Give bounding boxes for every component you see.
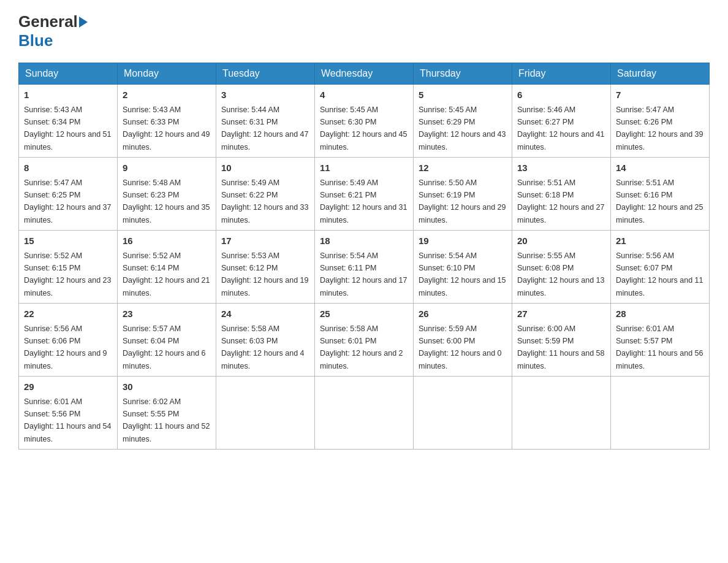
day-number: 12 bbox=[419, 161, 507, 175]
day-number: 5 bbox=[419, 88, 507, 102]
day-number: 20 bbox=[517, 234, 605, 248]
day-info: Sunrise: 5:55 AMSunset: 6:08 PMDaylight:… bbox=[517, 251, 604, 297]
calendar-day-cell: 25 Sunrise: 5:58 AMSunset: 6:01 PMDaylig… bbox=[315, 304, 414, 377]
day-info: Sunrise: 5:58 AMSunset: 6:01 PMDaylight:… bbox=[320, 324, 403, 370]
calendar-day-cell: 6 Sunrise: 5:46 AMSunset: 6:27 PMDayligh… bbox=[512, 85, 611, 158]
day-info: Sunrise: 6:01 AMSunset: 5:57 PMDaylight:… bbox=[616, 324, 703, 370]
day-info: Sunrise: 5:46 AMSunset: 6:27 PMDaylight:… bbox=[517, 105, 604, 151]
day-number: 9 bbox=[123, 161, 211, 175]
day-number: 3 bbox=[221, 88, 309, 102]
calendar-day-cell bbox=[315, 377, 414, 450]
calendar-day-cell bbox=[611, 377, 710, 450]
day-info: Sunrise: 5:43 AMSunset: 6:33 PMDaylight:… bbox=[123, 105, 210, 151]
calendar-day-cell bbox=[512, 377, 611, 450]
logo-blue-text: Blue bbox=[18, 31, 53, 50]
day-info: Sunrise: 5:49 AMSunset: 6:22 PMDaylight:… bbox=[221, 178, 308, 224]
day-info: Sunrise: 5:54 AMSunset: 6:11 PMDaylight:… bbox=[320, 251, 407, 297]
calendar-day-cell: 8 Sunrise: 5:47 AMSunset: 6:25 PMDayligh… bbox=[19, 158, 118, 231]
day-number: 29 bbox=[24, 380, 112, 394]
day-number: 26 bbox=[419, 307, 507, 321]
day-number: 7 bbox=[616, 88, 704, 102]
calendar-day-cell: 23 Sunrise: 5:57 AMSunset: 6:04 PMDaylig… bbox=[118, 304, 216, 377]
calendar-day-cell: 5 Sunrise: 5:45 AMSunset: 6:29 PMDayligh… bbox=[414, 85, 512, 158]
calendar-day-cell: 28 Sunrise: 6:01 AMSunset: 5:57 PMDaylig… bbox=[611, 304, 710, 377]
day-number: 15 bbox=[24, 234, 112, 248]
day-number: 1 bbox=[24, 88, 112, 102]
day-of-week-header: Friday bbox=[512, 63, 611, 85]
day-info: Sunrise: 5:44 AMSunset: 6:31 PMDaylight:… bbox=[221, 105, 308, 151]
day-number: 6 bbox=[517, 88, 605, 102]
day-number: 4 bbox=[320, 88, 408, 102]
calendar-day-cell: 2 Sunrise: 5:43 AMSunset: 6:33 PMDayligh… bbox=[118, 85, 216, 158]
day-number: 2 bbox=[123, 88, 211, 102]
calendar-day-cell: 9 Sunrise: 5:48 AMSunset: 6:23 PMDayligh… bbox=[118, 158, 216, 231]
day-of-week-header: Wednesday bbox=[315, 63, 414, 85]
calendar-week-row: 8 Sunrise: 5:47 AMSunset: 6:25 PMDayligh… bbox=[19, 158, 710, 231]
calendar-day-cell: 21 Sunrise: 5:56 AMSunset: 6:07 PMDaylig… bbox=[611, 231, 710, 304]
day-number: 17 bbox=[221, 234, 309, 248]
day-info: Sunrise: 6:01 AMSunset: 5:56 PMDaylight:… bbox=[24, 397, 111, 443]
calendar-header-row: SundayMondayTuesdayWednesdayThursdayFrid… bbox=[19, 63, 710, 85]
calendar-day-cell: 20 Sunrise: 5:55 AMSunset: 6:08 PMDaylig… bbox=[512, 231, 611, 304]
calendar-week-row: 29 Sunrise: 6:01 AMSunset: 5:56 PMDaylig… bbox=[19, 377, 710, 450]
day-of-week-header: Sunday bbox=[19, 63, 118, 85]
calendar-day-cell: 17 Sunrise: 5:53 AMSunset: 6:12 PMDaylig… bbox=[216, 231, 315, 304]
day-number: 19 bbox=[419, 234, 507, 248]
day-info: Sunrise: 5:45 AMSunset: 6:30 PMDaylight:… bbox=[320, 105, 407, 151]
calendar-week-row: 15 Sunrise: 5:52 AMSunset: 6:15 PMDaylig… bbox=[19, 231, 710, 304]
day-number: 30 bbox=[123, 380, 211, 394]
day-info: Sunrise: 5:49 AMSunset: 6:21 PMDaylight:… bbox=[320, 178, 407, 224]
calendar-day-cell: 15 Sunrise: 5:52 AMSunset: 6:15 PMDaylig… bbox=[19, 231, 118, 304]
day-number: 22 bbox=[24, 307, 112, 321]
day-info: Sunrise: 5:43 AMSunset: 6:34 PMDaylight:… bbox=[24, 105, 111, 151]
logo: General Blue bbox=[18, 12, 89, 50]
day-number: 8 bbox=[24, 161, 112, 175]
day-number: 16 bbox=[123, 234, 211, 248]
calendar-day-cell: 3 Sunrise: 5:44 AMSunset: 6:31 PMDayligh… bbox=[216, 85, 315, 158]
calendar-day-cell: 1 Sunrise: 5:43 AMSunset: 6:34 PMDayligh… bbox=[19, 85, 118, 158]
day-info: Sunrise: 5:58 AMSunset: 6:03 PMDaylight:… bbox=[221, 324, 305, 370]
calendar-day-cell: 19 Sunrise: 5:54 AMSunset: 6:10 PMDaylig… bbox=[414, 231, 512, 304]
day-info: Sunrise: 6:02 AMSunset: 5:55 PMDaylight:… bbox=[123, 397, 210, 443]
calendar-day-cell: 10 Sunrise: 5:49 AMSunset: 6:22 PMDaylig… bbox=[216, 158, 315, 231]
day-info: Sunrise: 5:48 AMSunset: 6:23 PMDaylight:… bbox=[123, 178, 210, 224]
day-info: Sunrise: 5:56 AMSunset: 6:07 PMDaylight:… bbox=[616, 251, 703, 297]
day-info: Sunrise: 5:45 AMSunset: 6:29 PMDaylight:… bbox=[419, 105, 506, 151]
day-info: Sunrise: 5:51 AMSunset: 6:16 PMDaylight:… bbox=[616, 178, 703, 224]
page-header: General Blue bbox=[18, 12, 710, 50]
calendar-week-row: 1 Sunrise: 5:43 AMSunset: 6:34 PMDayligh… bbox=[19, 85, 710, 158]
day-number: 13 bbox=[517, 161, 605, 175]
calendar-day-cell: 18 Sunrise: 5:54 AMSunset: 6:11 PMDaylig… bbox=[315, 231, 414, 304]
calendar-table: SundayMondayTuesdayWednesdayThursdayFrid… bbox=[18, 63, 710, 450]
calendar-day-cell: 30 Sunrise: 6:02 AMSunset: 5:55 PMDaylig… bbox=[118, 377, 216, 450]
day-number: 28 bbox=[616, 307, 704, 321]
calendar-day-cell: 4 Sunrise: 5:45 AMSunset: 6:30 PMDayligh… bbox=[315, 85, 414, 158]
day-info: Sunrise: 5:54 AMSunset: 6:10 PMDaylight:… bbox=[419, 251, 506, 297]
day-info: Sunrise: 5:51 AMSunset: 6:18 PMDaylight:… bbox=[517, 178, 604, 224]
calendar-day-cell: 26 Sunrise: 5:59 AMSunset: 6:00 PMDaylig… bbox=[414, 304, 512, 377]
day-info: Sunrise: 5:59 AMSunset: 6:00 PMDaylight:… bbox=[419, 324, 502, 370]
day-info: Sunrise: 5:47 AMSunset: 6:25 PMDaylight:… bbox=[24, 178, 111, 224]
calendar-day-cell: 7 Sunrise: 5:47 AMSunset: 6:26 PMDayligh… bbox=[611, 85, 710, 158]
calendar-day-cell: 13 Sunrise: 5:51 AMSunset: 6:18 PMDaylig… bbox=[512, 158, 611, 231]
logo-triangle-icon bbox=[79, 17, 88, 28]
calendar-day-cell: 22 Sunrise: 5:56 AMSunset: 6:06 PMDaylig… bbox=[19, 304, 118, 377]
day-number: 25 bbox=[320, 307, 408, 321]
calendar-day-cell: 29 Sunrise: 6:01 AMSunset: 5:56 PMDaylig… bbox=[19, 377, 118, 450]
day-number: 21 bbox=[616, 234, 704, 248]
day-info: Sunrise: 5:53 AMSunset: 6:12 PMDaylight:… bbox=[221, 251, 308, 297]
calendar-day-cell: 12 Sunrise: 5:50 AMSunset: 6:19 PMDaylig… bbox=[414, 158, 512, 231]
day-number: 27 bbox=[517, 307, 605, 321]
calendar-day-cell: 16 Sunrise: 5:52 AMSunset: 6:14 PMDaylig… bbox=[118, 231, 216, 304]
day-number: 11 bbox=[320, 161, 408, 175]
day-info: Sunrise: 5:56 AMSunset: 6:06 PMDaylight:… bbox=[24, 324, 107, 370]
day-number: 10 bbox=[221, 161, 309, 175]
calendar-day-cell: 14 Sunrise: 5:51 AMSunset: 6:16 PMDaylig… bbox=[611, 158, 710, 231]
day-number: 24 bbox=[221, 307, 309, 321]
calendar-week-row: 22 Sunrise: 5:56 AMSunset: 6:06 PMDaylig… bbox=[19, 304, 710, 377]
logo-general-text: General bbox=[18, 12, 78, 31]
day-of-week-header: Monday bbox=[118, 63, 216, 85]
day-of-week-header: Thursday bbox=[414, 63, 512, 85]
calendar-day-cell: 24 Sunrise: 5:58 AMSunset: 6:03 PMDaylig… bbox=[216, 304, 315, 377]
calendar-day-cell: 27 Sunrise: 6:00 AMSunset: 5:59 PMDaylig… bbox=[512, 304, 611, 377]
